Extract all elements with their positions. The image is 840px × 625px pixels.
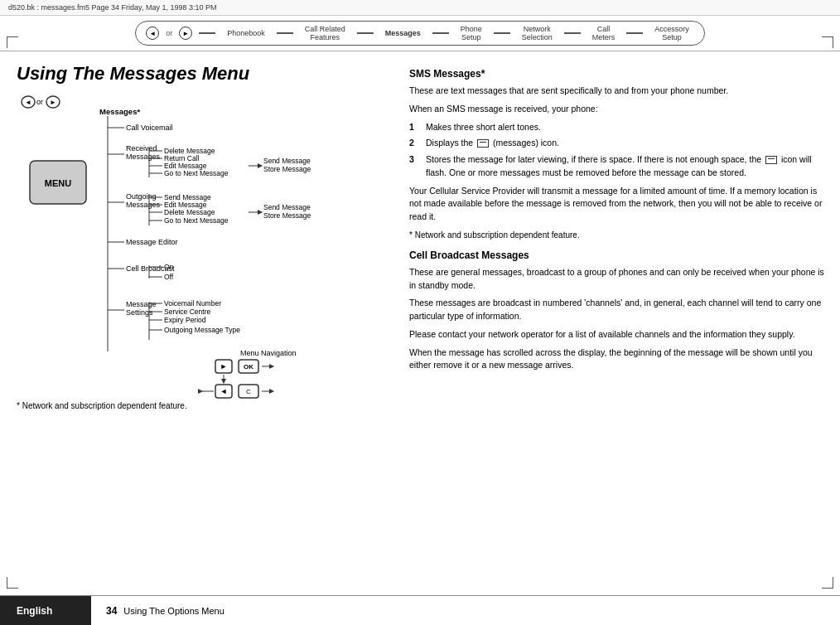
svg-text:Messages*: Messages* [99,107,140,116]
right-column: SMS Messages* These are text messages th… [398,51,840,572]
sms-item-2: 2 Displays the (messages) icon. [409,137,825,150]
nav-sep-6 [564,32,581,34]
nav-arrow-left-icon[interactable]: ◄ [146,27,159,40]
page-header: d520.bk : messages.fm5 Page 34 Friday, M… [0,0,840,16]
cell-broadcast-para4: When the message has scrolled across the… [409,346,825,373]
svg-text:MENU: MENU [45,178,71,188]
nav-sep-1 [199,32,215,34]
svg-text:►: ► [220,362,228,371]
nav-or-label: or [166,29,172,37]
nav-item-phonebook[interactable]: Phonebook [222,28,270,38]
svg-text:Store Message: Store Message [263,165,311,173]
svg-text:Send Message: Send Message [263,203,311,211]
svg-text:Go to Next Message: Go to Next Message [164,216,229,225]
sms-text-3: Stores the message for later viewing, if… [426,153,825,180]
corner-mark-bl [7,577,18,589]
svg-text:C: C [246,388,251,395]
sms-para2: When an SMS message is received, your ph… [409,103,825,116]
main-content: Using The Messages Menu ◄ or ► MENU Mess… [0,51,840,572]
nav-item-call-meters[interactable]: CallMeters [587,24,620,42]
corner-mark-br [822,577,833,589]
svg-text:Expiry Period: Expiry Period [164,316,206,324]
svg-text:Store Message: Store Message [263,211,311,220]
svg-text:or: or [36,98,43,106]
cell-broadcast-para3: Please contact your network operator for… [409,328,825,342]
cell-broadcast-para2: These messages are broadcast in numbered… [409,297,825,323]
sms-num-1: 1 [409,121,421,134]
header-title: d520.bk : messages.fm5 Page 34 Friday, M… [8,3,832,12]
nav-sep-3 [357,32,374,34]
sms-item-3: 3 Stores the message for later viewing, … [409,153,825,180]
svg-text:Outgoing: Outgoing [126,192,157,201]
nav-bar-inner: ◄ or ► Phonebook Call RelatedFeatures Me… [135,21,705,46]
footer-section-label: Using The Options Menu [123,606,224,616]
nav-item-network[interactable]: NetworkSelection [517,24,558,42]
svg-text:On: On [164,263,174,271]
sms-num-2: 2 [409,137,421,150]
page-footer: English 34 Using The Options Menu [0,595,840,625]
svg-text:◄: ◄ [220,387,228,395]
diagram-svg: ◄ or ► MENU Messages* Call Voicemail Rec… [17,94,381,401]
cell-broadcast-title: Cell Broadcast Messages [409,248,825,263]
nav-sep-4 [432,32,449,34]
svg-text:Message: Message [126,300,157,308]
message-icon [477,139,489,148]
sms-text-1: Makes three short alert tones. [426,121,541,134]
sms-item-1: 1 Makes three short alert tones. [409,121,825,134]
svg-text:Service Centre: Service Centre [164,308,210,316]
svg-text:Message Editor: Message Editor [126,238,178,246]
nav-item-phone-setup[interactable]: PhoneSetup [456,24,487,42]
menu-diagram: ◄ or ► MENU Messages* Call Voicemail Rec… [17,94,381,409]
footer-page-number: 34 [106,605,117,617]
nav-sep-7 [626,32,643,34]
cell-broadcast-para1: These are general messages, broadcast to… [409,266,825,293]
sms-num-3: 3 [409,153,421,180]
svg-text:Off: Off [164,273,174,281]
svg-text:Go to Next Message: Go to Next Message [164,169,229,177]
svg-text:Menu Navigation: Menu Navigation [240,349,297,357]
nav-sep-5 [494,32,510,34]
svg-text:Call Voicemail: Call Voicemail [126,124,173,132]
page-title: Using The Messages Menu [17,63,381,85]
nav-arrow-right-icon[interactable]: ► [179,27,192,40]
sms-para3: Your Cellular Service Provider will tran… [409,185,825,224]
footer-language: English [0,596,91,625]
svg-text:OK: OK [244,363,253,371]
svg-text:Voicemail Number: Voicemail Number [164,299,221,308]
navigation-bar: ◄ or ► Phonebook Call RelatedFeatures Me… [0,16,840,51]
nav-item-call-related[interactable]: Call RelatedFeatures [300,24,350,42]
svg-text:Messages: Messages [126,153,161,161]
svg-text:►: ► [50,99,56,106]
sms-section-title: SMS Messages* [409,66,825,81]
sms-asterisk: * Network and subscription dependent fea… [409,229,825,241]
message-icon-2 [765,156,777,164]
svg-text:Send Message: Send Message [263,157,311,165]
sms-para1: These are text messages that are sent sp… [409,85,825,98]
left-column: Using The Messages Menu ◄ or ► MENU Mess… [0,51,398,572]
svg-text:Delete Message: Delete Message [164,208,215,216]
sms-text-2: Displays the (messages) icon. [426,137,559,150]
svg-text:◄: ◄ [25,99,31,106]
corner-mark-tl [7,36,18,48]
nav-item-accessory[interactable]: AccessorySetup [649,24,694,42]
corner-mark-tr [822,36,833,48]
svg-text:Outgoing Message Type: Outgoing Message Type [164,326,240,334]
nav-item-messages[interactable]: Messages [380,28,426,38]
nav-sep-2 [277,32,293,34]
